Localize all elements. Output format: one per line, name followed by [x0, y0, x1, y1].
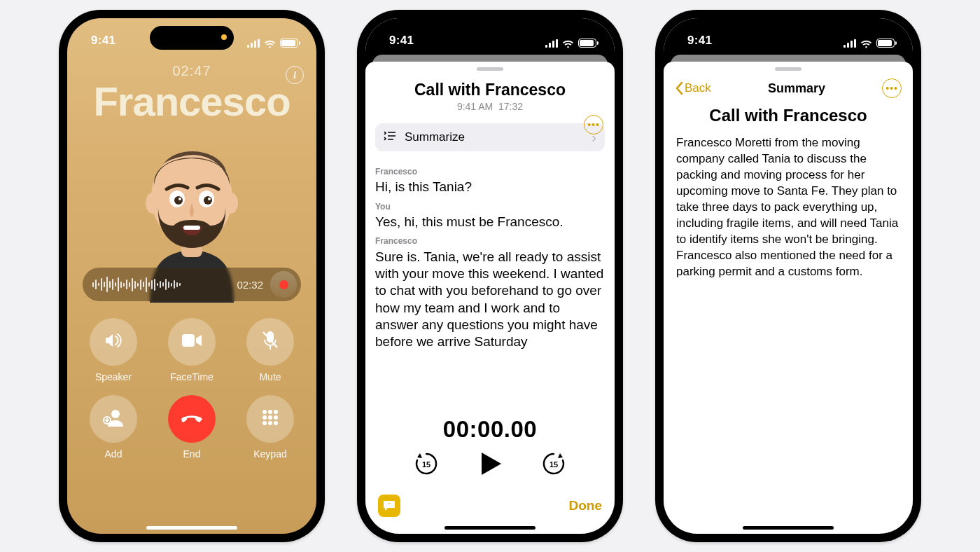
skip-back-15-button[interactable]: 15 — [413, 450, 440, 477]
video-icon — [181, 333, 202, 351]
playhead-time: 00:00.00 — [365, 416, 615, 443]
phone-summary-screen: 9:41 Back Summary ••• — [655, 10, 921, 542]
sheet-title: Call with Francesco — [365, 81, 615, 99]
audio-player: 00:00.00 15 15 — [365, 412, 615, 479]
facetime-button[interactable]: FaceTime — [168, 318, 216, 382]
svg-text:": " — [388, 502, 390, 507]
status-bar: 9:41 — [365, 18, 615, 48]
summary-title: Call with Francesco — [664, 106, 913, 125]
svg-point-7 — [204, 196, 212, 205]
mute-icon — [261, 330, 279, 354]
summarize-icon — [384, 130, 396, 145]
svg-rect-11 — [182, 334, 195, 347]
cellular-icon — [247, 39, 260, 48]
svg-rect-10 — [183, 226, 200, 230]
phone-transcript-screen: 9:41 ••• Call with Francesco 9:41 AM 17:… — [357, 10, 623, 542]
svg-point-26 — [268, 421, 272, 425]
svg-text:15: 15 — [550, 460, 558, 469]
status-bar: 9:41 — [67, 18, 316, 48]
summary-body: Francesco Moretti from the moving compan… — [664, 125, 913, 280]
svg-point-25 — [262, 421, 267, 425]
dynamic-island — [448, 26, 532, 50]
dynamic-island — [150, 26, 234, 50]
cellular-icon — [545, 39, 558, 48]
transcript-sheet: ••• Call with Francesco 9:41 AM 17:32 Su… — [365, 62, 615, 534]
more-button[interactable]: ••• — [584, 115, 603, 134]
speaker-button[interactable]: Speaker — [90, 318, 137, 382]
svg-point-15 — [111, 410, 120, 418]
recording-pill[interactable]: 02:32 — [83, 268, 301, 301]
transcript-icon-button[interactable]: " — [378, 495, 400, 517]
dynamic-island — [746, 26, 830, 50]
battery-icon — [876, 39, 895, 48]
summarize-button[interactable]: Summarize › — [375, 123, 605, 151]
svg-point-27 — [274, 421, 278, 425]
sheet-grabber[interactable] — [477, 67, 503, 71]
more-button[interactable]: ••• — [882, 78, 902, 98]
end-call-button[interactable]: End — [168, 395, 216, 460]
wifi-icon — [264, 39, 276, 48]
cellular-icon — [844, 39, 856, 48]
play-button[interactable] — [476, 450, 504, 478]
wifi-icon — [860, 39, 872, 48]
nav-title: Summary — [768, 81, 825, 96]
svg-point-19 — [262, 410, 267, 414]
add-person-icon — [102, 408, 125, 430]
recording-time: 02:32 — [237, 279, 263, 291]
call-duration: 02:47 — [67, 63, 316, 79]
keypad-icon — [261, 408, 279, 429]
phone-call-screen: 9:41 i 02:47 Francesco — [59, 10, 325, 542]
battery-icon — [280, 39, 298, 48]
svg-point-9 — [208, 198, 211, 200]
waveform-icon — [92, 277, 230, 292]
back-button[interactable]: Back — [675, 81, 711, 95]
battery-icon — [578, 39, 596, 48]
status-bar: 9:41 — [664, 18, 913, 48]
svg-point-21 — [274, 410, 278, 414]
svg-text:15: 15 — [422, 460, 430, 469]
home-indicator[interactable] — [743, 526, 834, 530]
mute-button[interactable]: Mute — [246, 318, 294, 382]
add-button[interactable]: Add — [90, 395, 137, 460]
svg-point-22 — [262, 415, 267, 420]
svg-rect-13 — [270, 345, 271, 350]
hangup-icon — [180, 412, 204, 426]
call-controls: Speaker FaceTime Mute Add End Keypad — [85, 318, 298, 460]
record-button[interactable] — [270, 271, 297, 298]
svg-point-8 — [178, 198, 181, 200]
caller-name: Francesco — [67, 78, 316, 125]
speaker-icon — [103, 330, 124, 354]
home-indicator[interactable] — [146, 526, 237, 530]
summary-sheet: Back Summary ••• Call with Francesco Fra… — [664, 62, 913, 534]
sheet-meta: 9:41 AM 17:32 — [365, 101, 615, 112]
done-button[interactable]: Done — [569, 498, 603, 513]
svg-point-24 — [274, 415, 278, 420]
skip-forward-15-button[interactable]: 15 — [540, 450, 567, 477]
keypad-button[interactable]: Keypad — [246, 395, 294, 460]
wifi-icon — [562, 39, 574, 48]
info-icon[interactable]: i — [286, 66, 304, 84]
svg-point-20 — [268, 410, 272, 414]
home-indicator[interactable] — [444, 526, 536, 530]
svg-point-6 — [174, 196, 183, 205]
svg-point-2 — [146, 193, 160, 214]
svg-point-23 — [268, 415, 272, 420]
svg-point-3 — [224, 193, 238, 214]
